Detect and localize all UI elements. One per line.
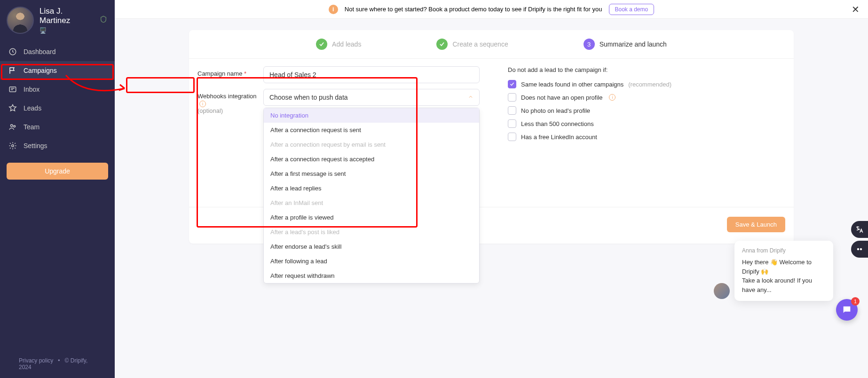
- avatar: [7, 7, 34, 34]
- exclusion-label: Does not have an open profile: [521, 94, 602, 101]
- checkbox[interactable]: [508, 119, 516, 128]
- sidebar: Lisa J. Martinez 🖥️ Dashboard Campaigns …: [0, 0, 115, 378]
- step-label: Add leads: [332, 40, 361, 48]
- webhook-option: After a lead's post is liked: [264, 225, 479, 239]
- close-icon[interactable]: ✕: [852, 4, 860, 15]
- nav-label: Team: [24, 123, 39, 131]
- label-text: Webhooks integration: [197, 93, 257, 100]
- checkbox[interactable]: [508, 133, 516, 141]
- dashboard-icon: [8, 47, 17, 56]
- sidebar-item-inbox[interactable]: Inbox: [0, 80, 115, 99]
- webhook-option: After an InMail sent: [264, 196, 479, 210]
- sidebar-item-dashboard[interactable]: Dashboard: [0, 42, 115, 61]
- exclusion-row[interactable]: Less than 500 connections: [508, 119, 785, 128]
- step-create-sequence[interactable]: Create a sequence: [436, 39, 508, 50]
- webhook-option[interactable]: After request withdrawn: [264, 268, 479, 283]
- team-icon: [8, 123, 17, 131]
- nav-label: Inbox: [24, 86, 39, 93]
- svg-point-6: [860, 248, 862, 251]
- checkbox[interactable]: [508, 80, 516, 88]
- shield-icon: [100, 16, 107, 25]
- translate-widget[interactable]: [851, 221, 868, 238]
- profile-name: Lisa J. Martinez: [39, 7, 94, 25]
- checkbox[interactable]: [508, 106, 516, 115]
- exclusion-label: No photo on lead's profile: [521, 107, 590, 114]
- step-add-leads[interactable]: Add leads: [316, 39, 361, 50]
- profile-block[interactable]: Lisa J. Martinez 🖥️: [0, 0, 115, 40]
- svg-point-3: [14, 126, 16, 127]
- chat-popup[interactable]: Anna from Dripify Hey there 👋 Welcome to…: [734, 241, 833, 301]
- nav-label: Campaigns: [24, 67, 57, 74]
- chat-line: Hey there 👋 Welcome to Dripify 🙌: [742, 259, 812, 275]
- help-widget[interactable]: [851, 241, 868, 258]
- sidebar-item-leads[interactable]: Leads: [0, 99, 115, 118]
- privacy-link[interactable]: Privacy policy: [19, 357, 53, 364]
- exclusion-label: Has a free LinkedIn account: [521, 134, 597, 141]
- select-placeholder: Choose when to push data: [269, 94, 348, 101]
- exclusion-label: Less than 500 connections: [521, 120, 594, 127]
- chat-badge: 1: [851, 297, 860, 306]
- info-icon[interactable]: i: [609, 94, 615, 101]
- webhook-dropdown: No integrationAfter a connection request…: [263, 108, 480, 284]
- webhook-option[interactable]: After a connection request is sent: [264, 123, 479, 137]
- webhook-select-head[interactable]: Choose when to push data: [263, 89, 480, 106]
- webhook-select: Choose when to push data No integrationA…: [263, 89, 480, 106]
- webhook-option[interactable]: After a connection request is accepted: [264, 152, 479, 166]
- checkbox[interactable]: [508, 93, 516, 102]
- sidebar-item-team[interactable]: Team: [0, 118, 115, 136]
- svg-point-5: [857, 248, 860, 251]
- webhook-option[interactable]: After endorse a lead's skill: [264, 239, 479, 254]
- webhook-option[interactable]: No integration: [264, 108, 479, 123]
- gear-icon: [8, 142, 17, 150]
- form-right: Do not add a lead to the campaign if: Sa…: [508, 66, 785, 146]
- side-widgets: [851, 221, 868, 258]
- exclusion-row[interactable]: Does not have an open profile i: [508, 93, 785, 102]
- svg-point-4: [12, 145, 14, 147]
- chat-launcher[interactable]: 1: [836, 299, 858, 321]
- chat-from: Anna from Dripify: [742, 247, 826, 254]
- label-text: Campaign name: [197, 70, 242, 77]
- webhook-option[interactable]: After a profile is viewed: [264, 210, 479, 225]
- demo-banner: i Not sure where to get started? Book a …: [115, 0, 868, 19]
- exclusions-list: Same leads found in other campaigns (rec…: [508, 80, 785, 141]
- webhook-row: Webhooks integration i (optional) Choose…: [197, 89, 480, 114]
- chevron-up-icon: [468, 94, 473, 101]
- sidebar-item-settings[interactable]: Settings: [0, 136, 115, 155]
- sidebar-item-campaigns[interactable]: Campaigns: [0, 61, 115, 80]
- main: i Not sure where to get started? Book a …: [115, 0, 868, 378]
- nav-label: Dashboard: [24, 48, 56, 55]
- book-demo-button[interactable]: Book a demo: [609, 4, 655, 15]
- info-icon: i: [329, 5, 338, 14]
- exclusion-row[interactable]: Same leads found in other campaigns (rec…: [508, 80, 785, 88]
- nav-label: Settings: [24, 142, 47, 150]
- step-number: 3: [584, 39, 595, 50]
- exclusion-label: Same leads found in other campaigns: [521, 81, 623, 88]
- exclusion-row[interactable]: Has a free LinkedIn account: [508, 133, 785, 141]
- save-launch-button[interactable]: Save & Launch: [727, 217, 785, 232]
- svg-point-2: [11, 125, 13, 127]
- form-body: Campaign name * Webhooks integration i (…: [189, 59, 794, 146]
- step-label: Summarize and launch: [600, 40, 667, 48]
- nav: Dashboard Campaigns Inbox Leads Team Set…: [0, 40, 115, 157]
- profile-info: Lisa J. Martinez 🖥️: [39, 7, 94, 34]
- stepper: Add leads Create a sequence 3 Summarize …: [189, 30, 794, 59]
- required-mark: *: [244, 70, 246, 77]
- exclusion-row[interactable]: No photo on lead's profile: [508, 106, 785, 115]
- check-icon: [316, 39, 327, 50]
- webhook-option[interactable]: After a first message is sent: [264, 166, 479, 181]
- upgrade-button[interactable]: Upgrade: [7, 163, 108, 180]
- chat-line: Take a look around! If you have any...: [742, 277, 812, 293]
- campaign-card: Add leads Create a sequence 3 Summarize …: [189, 30, 794, 244]
- campaign-name-input[interactable]: [263, 66, 480, 83]
- optional-text: (optional): [197, 107, 263, 114]
- inbox-icon: [8, 85, 17, 94]
- webhook-option[interactable]: After following a lead: [264, 254, 479, 268]
- webhook-label: Webhooks integration i (optional): [197, 89, 263, 114]
- form-left: Campaign name * Webhooks integration i (…: [197, 66, 480, 146]
- star-icon: [8, 104, 17, 112]
- step-summarize[interactable]: 3 Summarize and launch: [584, 39, 667, 50]
- webhook-option[interactable]: After a lead replies: [264, 181, 479, 196]
- check-icon: [436, 39, 448, 50]
- info-icon[interactable]: i: [199, 101, 206, 107]
- nav-label: Leads: [24, 104, 41, 112]
